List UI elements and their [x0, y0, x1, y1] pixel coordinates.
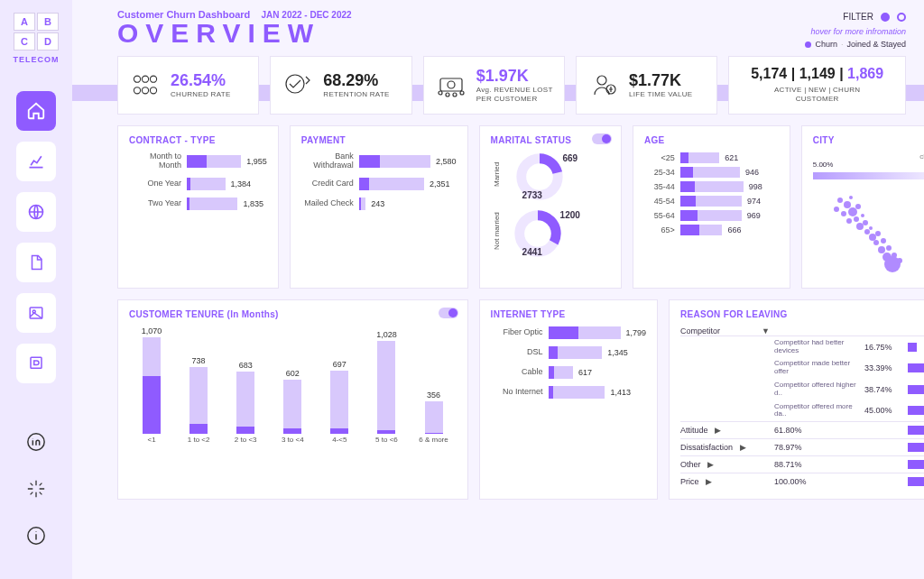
reason-bar — [908, 363, 924, 372]
reason-bar — [908, 443, 924, 452]
svg-rect-13 — [440, 78, 462, 91]
logo-cell: B — [37, 13, 59, 31]
bar-label: Month to Month — [129, 152, 181, 170]
people-icon — [129, 71, 162, 98]
bar — [549, 386, 605, 399]
nav-analytics[interactable] — [16, 142, 56, 181]
expand-icon[interactable]: ▶ — [715, 426, 721, 435]
vbar: 738 1 to <2 — [180, 356, 217, 444]
info-icon — [26, 526, 46, 546]
logo-cell: D — [37, 32, 59, 51]
kpi-label: LIFE TIME VALUE — [629, 90, 692, 99]
bar-value: 1,413 — [610, 388, 631, 397]
nav-home[interactable] — [16, 91, 56, 131]
svg-point-7 — [142, 76, 148, 82]
bar-row: Mailed Check 243 — [301, 198, 457, 210]
bar — [377, 341, 395, 434]
bar-label: 2 to <3 — [235, 436, 257, 444]
expand-icon[interactable]: ▶ — [707, 460, 714, 469]
bar — [680, 210, 742, 221]
bar-row: Cable 617 — [491, 366, 646, 379]
money-icon — [435, 71, 467, 98]
nav-info[interactable] — [18, 518, 54, 554]
bar — [330, 371, 348, 434]
kpi-strip: 26.54% CHURNED RATE 68.29% RETENTION RAT… — [117, 56, 906, 115]
expand-icon[interactable]: ▶ — [706, 477, 712, 486]
reason-label: Price ▶ — [680, 477, 774, 486]
svg-point-17 — [453, 93, 457, 96]
bar — [549, 346, 603, 359]
svg-point-29 — [841, 211, 846, 216]
kpi-churned: 26.54% CHURNED RATE — [117, 56, 259, 115]
svg-point-14 — [448, 81, 455, 88]
kpi-ltv: $1.77K LIFE TIME VALUE — [576, 56, 717, 115]
bar-row: DSL 1,345 — [491, 346, 646, 359]
bar-value: 1,955 — [246, 157, 267, 166]
svg-point-41 — [873, 240, 879, 245]
presentation-icon — [28, 355, 44, 372]
filter-radio-1[interactable] — [881, 13, 890, 22]
card-toggle[interactable] — [439, 308, 458, 318]
bar-value: 683 — [239, 361, 253, 370]
nav-ppt[interactable] — [16, 344, 56, 383]
bar-label: 25-34 — [644, 168, 675, 177]
bar-row: Two Year 1,835 — [129, 198, 267, 210]
svg-point-12 — [286, 75, 304, 93]
kpi-revenue-lost: $1.97K Avg. REVENUE LOST PER CUSTOMER — [423, 56, 565, 115]
reason-row[interactable]: Other ▶ 88.71% — [680, 455, 924, 473]
svg-point-11 — [150, 87, 156, 94]
bar-label: 45-54 — [644, 197, 675, 206]
bar-row: Month to Month 1,955 — [129, 152, 267, 170]
reason-row[interactable]: Dissatisfaction ▶ 78.97% — [680, 438, 924, 455]
kpi-value: 68.29% — [323, 71, 389, 90]
vbar: 1,028 5 to <6 — [367, 330, 405, 444]
card-tenure: CUSTOMER TENURE (In Months) 1,070 <1738 … — [117, 299, 468, 500]
card-title: INTERNET TYPE — [491, 309, 646, 319]
bar-value: 1,345 — [607, 348, 628, 357]
expand-icon[interactable]: ▶ — [740, 443, 746, 452]
bar-value: 1,835 — [243, 199, 263, 208]
bar-row: 65> 666 — [644, 225, 779, 235]
bar-value: 666 — [727, 225, 741, 234]
reason-group[interactable]: Competitor — [680, 326, 762, 335]
svg-point-15 — [439, 91, 442, 95]
svg-point-18 — [460, 91, 464, 95]
bar — [425, 401, 443, 434]
card-toggle[interactable] — [592, 133, 612, 144]
donut-stay-val: 2733 — [522, 190, 542, 200]
filter-label: FILTER — [843, 12, 873, 22]
bar — [680, 196, 742, 207]
bar — [549, 326, 621, 339]
bar-value: 602 — [286, 369, 300, 378]
svg-point-8 — [150, 76, 156, 82]
bar-label: No Internet — [491, 388, 543, 397]
bar — [680, 167, 740, 178]
collapse-icon[interactable]: ▼ — [762, 326, 774, 335]
kpi-value: 26.54% — [171, 71, 231, 90]
bar — [283, 380, 301, 434]
city-legend-gradient — [813, 172, 924, 179]
svg-point-16 — [446, 93, 449, 96]
nav-linkedin[interactable] — [18, 424, 54, 460]
card-title: CUSTOMER TENURE (In Months) — [129, 309, 457, 319]
main-content: Customer Churn Dashboard JAN 2022 - DEC … — [72, 0, 924, 579]
svg-point-34 — [861, 214, 864, 217]
svg-point-37 — [864, 229, 870, 234]
nav-globe[interactable] — [16, 192, 56, 232]
marital-married-label: Married — [493, 162, 501, 187]
hover-hint: hover for more infromation — [805, 27, 906, 36]
reason-row[interactable]: Attitude ▶ 61.80% — [680, 421, 924, 438]
nav-pdf[interactable] — [16, 243, 56, 282]
bar-label: One Year — [129, 179, 181, 188]
reason-row[interactable]: Price ▶ 100.00% — [680, 473, 924, 490]
bar — [359, 178, 424, 190]
bar-value: 969 — [747, 211, 761, 220]
logo-cell: A — [14, 13, 35, 31]
reason-label: Competitor offered higher d.. — [774, 381, 864, 398]
reason-label: Competitor offered more da.. — [774, 403, 864, 419]
filter-radio-2[interactable] — [897, 13, 906, 22]
bar — [359, 155, 430, 168]
nav-image[interactable] — [16, 293, 56, 333]
nav-tableau[interactable] — [18, 471, 54, 507]
bar-row: No Internet 1,413 — [491, 386, 646, 399]
